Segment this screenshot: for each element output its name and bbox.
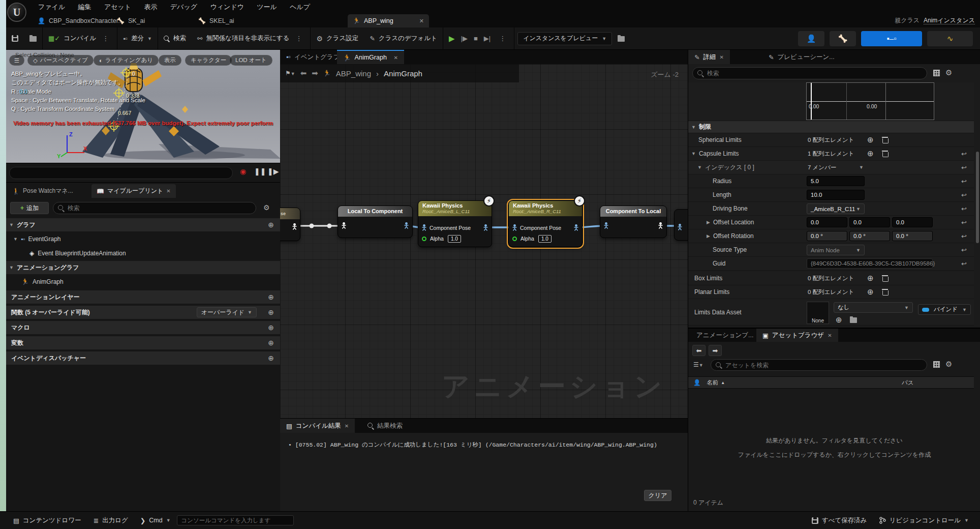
find-button[interactable]: 検索 [158, 27, 192, 50]
my-blueprint-search[interactable] [53, 202, 256, 214]
cmd-dropdown[interactable]: ❯ Cmd ▼ [134, 512, 177, 529]
tab-eventgraph[interactable]: ▪▫ イベントグラフ [280, 50, 346, 64]
pose-pin-in[interactable] [341, 222, 347, 229]
radius-input[interactable]: 5.0 [807, 176, 865, 186]
blueprint-mode-button[interactable]: ▪–▫ [861, 31, 922, 46]
alpha-value-input[interactable]: 1.0 [538, 235, 552, 243]
trash-icon[interactable] [882, 289, 887, 296]
node-kawaii-physics-left[interactable]: Kawaii Physics Root:_AmiceB_L_C11 Compon… [418, 200, 492, 247]
pause-button[interactable]: ❚❚ [254, 167, 266, 175]
debug-object-button[interactable] [612, 27, 630, 50]
output-log-button[interactable]: ≣ 出力ログ [87, 512, 134, 529]
tab-my-blueprint[interactable]: 📖 マイブループリント ✕ [91, 184, 176, 198]
reset-icon[interactable]: ↩ [961, 150, 967, 158]
offset-location-z[interactable]: 0.0 [892, 217, 933, 227]
collapse-triangle-icon[interactable]: ▼ [691, 125, 696, 130]
tab-close-icon[interactable]: ✕ [828, 333, 832, 338]
collapse-triangle-icon[interactable]: ▼ [9, 222, 14, 227]
section-animation-graphs[interactable]: ▼ アニメーショングラフ [6, 261, 280, 274]
menu-window[interactable]: ウィンドウ [204, 0, 250, 14]
alpha-pin[interactable] [512, 237, 517, 241]
reset-icon[interactable]: ↩ [961, 178, 967, 185]
lit-mode-dropdown[interactable]: ◐ライティングあり [94, 55, 159, 66]
details-search[interactable] [692, 67, 927, 79]
collapse-triangle-icon[interactable]: ▼ [13, 237, 18, 242]
offset-rotation-z[interactable]: 0.0 ° [892, 231, 933, 241]
content-drawer-button[interactable]: ▤ コンテンツドロワー [7, 512, 87, 529]
tab-close-icon[interactable]: ✕ [166, 188, 170, 194]
tab-close-icon[interactable]: ✕ [345, 423, 349, 429]
type-column-icon[interactable]: 👤 [693, 379, 700, 386]
item-event-blueprintupdateanimation[interactable]: ◈ Event BlueprintUpdateAnimation [6, 247, 280, 260]
search-input[interactable] [707, 70, 922, 77]
save-all-status-button[interactable]: すべて保存済み [806, 512, 873, 529]
tab-close-icon[interactable]: ✕ [719, 54, 723, 60]
add-element-icon[interactable]: ⊕ [867, 274, 874, 283]
reset-icon[interactable]: ↩ [961, 246, 967, 254]
console-command-input[interactable] [177, 515, 294, 525]
unreal-logo-icon[interactable]: U [7, 3, 26, 22]
browse-button[interactable] [24, 27, 42, 50]
column-path[interactable]: パス [902, 379, 914, 387]
trash-icon[interactable] [882, 137, 887, 143]
menu-view[interactable]: 表示 [138, 0, 163, 14]
forward-button[interactable]: ➡ [709, 345, 722, 356]
section-macros[interactable]: マクロ ⊕ [6, 321, 280, 334]
compile-options-icon[interactable]: ⋮ [100, 35, 111, 42]
section-event-dispatchers[interactable]: イベントディスパッチャー ⊕ [6, 351, 280, 365]
section-graphs[interactable]: ▼ グラフ ⊕ [6, 218, 280, 231]
search-input[interactable] [725, 362, 922, 369]
compile-button[interactable]: ▦✓ コンパイル ⋮ [43, 27, 117, 50]
skip-icon[interactable]: ▶| [484, 35, 491, 42]
menu-debug[interactable]: デバッグ [165, 0, 203, 14]
chevron-down-icon[interactable]: ▼ [859, 165, 864, 170]
add-graph-icon[interactable]: ⊕ [268, 221, 274, 229]
play-icon[interactable]: ▶ [449, 34, 455, 43]
class-settings-button[interactable]: ⚙ クラス設定 [311, 27, 364, 50]
add-macro-icon[interactable]: ⊕ [268, 324, 274, 332]
trash-icon[interactable] [882, 275, 887, 282]
offset-rotation-y[interactable]: 0.0 ° [849, 231, 890, 241]
pose-pin-out[interactable] [658, 222, 663, 229]
diff-button[interactable]: ▪▫ 差分 ▼ [117, 27, 158, 50]
item-animgraph[interactable]: 🏃 AnimGraph [6, 275, 280, 288]
graph-canvas[interactable]: ⚑▼ ⬅ ➡ 🏃 ABP_wing › AnimGraph ズーム -2 アニメ… [280, 64, 688, 418]
record-button[interactable]: ◉ [240, 167, 246, 175]
add-button[interactable]: +追加 [10, 202, 49, 214]
tab-animgraph[interactable]: 🏃 AnimGraph ✕ [337, 50, 404, 64]
show-dropdown[interactable]: 表示 [159, 55, 181, 66]
tab-animation-blueprint[interactable]: アニメーションブ... [690, 329, 759, 342]
node-kawaii-physics-right[interactable]: Kawaii Physics Root:_AmiceB_R_C11 Compon… [508, 200, 583, 247]
preview-instance-dropdown[interactable]: インスタンスをプレビュー ▼ [517, 32, 612, 45]
node-partial-right[interactable] [674, 209, 688, 241]
offset-rotation-x[interactable]: 0.0 ° [807, 231, 847, 241]
add-dispatcher-icon[interactable]: ⊕ [268, 354, 274, 362]
asset-dropdown[interactable]: なし ▼ [834, 302, 913, 313]
viewport-menu-button[interactable]: ☰ [9, 55, 24, 66]
timeline-scrubber[interactable] [9, 167, 233, 179]
section-functions[interactable]: 関数 (5 オーバーライド可能) オーバーライド ▼ ⊕ [6, 306, 280, 319]
search-settings-gear-icon[interactable]: ⚙ [263, 203, 270, 212]
node-component-to-local[interactable]: Component To Local [600, 205, 667, 238]
curve-cursor[interactable] [811, 83, 812, 120]
bookmark-icon[interactable]: ⚑▼ [285, 70, 295, 77]
revision-control-button[interactable]: リビジョンコントロール ▼ [873, 512, 975, 529]
collapse-triangle-icon[interactable]: ▼ [697, 165, 702, 170]
pose-pin-out[interactable] [292, 223, 297, 230]
reset-icon[interactable]: ↩ [961, 219, 967, 226]
details-scrollbar[interactable] [976, 152, 979, 243]
view-options-icon[interactable] [933, 361, 940, 368]
animation-mode-button[interactable]: ∿ [927, 31, 973, 46]
forward-arrow-icon[interactable]: ➡ [312, 69, 318, 78]
offset-location-x[interactable]: 0.0 [807, 217, 847, 227]
menu-help[interactable]: ヘルプ [284, 0, 316, 14]
pose-pin-out[interactable] [404, 222, 409, 229]
section-animation-layers[interactable]: アニメーションレイヤー ⊕ [6, 290, 280, 304]
tab-compile-results[interactable]: ▤ コンパイル結果 ✕ [280, 419, 355, 433]
tab-abp-wing[interactable]: 🏃 ABP_wing ✕ [348, 14, 429, 27]
driving-bone-dropdown[interactable]: _AmiceB_R_C11 ▼ [807, 203, 865, 214]
add-element-icon[interactable]: ⊕ [867, 135, 874, 144]
hide-options-icon[interactable]: ⋮ [293, 35, 304, 42]
tab-skel-ai[interactable]: 🦴 SKEL_ai [193, 14, 239, 27]
preview-viewport[interactable]: Select Collision : None ☰ ◇パースペクティブ ◐ライテ… [6, 50, 280, 163]
